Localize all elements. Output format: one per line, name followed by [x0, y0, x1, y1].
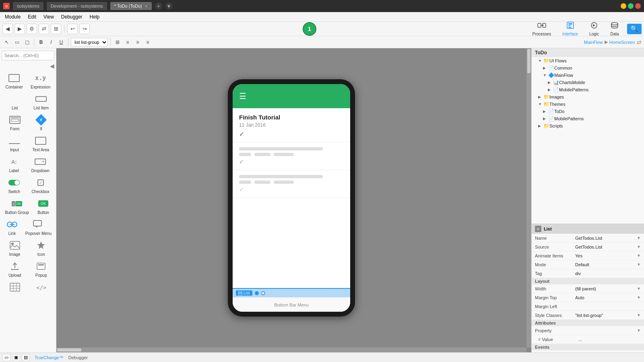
tab-development[interactable]: Development - outsystems — [47, 2, 107, 10]
bottom-btn-1[interactable]: ▭ — [2, 354, 10, 361]
minimize-button[interactable] — [621, 3, 626, 9]
settings-button[interactable]: ⚙ — [27, 24, 37, 34]
widget-input[interactable]: Input — [6, 134, 23, 154]
prop-mode-value[interactable]: Default ▼ — [575, 262, 641, 267]
scrollbar-thumb-h[interactable] — [57, 348, 81, 352]
bottom-btn-2[interactable]: ▣ — [12, 354, 20, 361]
tree-item-mobilepatterns-2[interactable]: ▶ 📄 MobilePatterns — [532, 115, 644, 122]
widget-textarea[interactable]: Text Area — [31, 134, 50, 154]
widget-code[interactable]: </> — [33, 280, 50, 296]
widget-button[interactable]: OK Button — [35, 196, 52, 216]
forward-button[interactable]: ▶ — [14, 24, 25, 34]
prop-name-dropdown[interactable]: ▼ — [637, 236, 641, 240]
table-insert-button[interactable]: ⊞ — [113, 38, 122, 47]
scrollbar-thumb-v[interactable] — [527, 49, 530, 73]
list-handle-2[interactable] — [261, 291, 265, 295]
canvas-scrollbar-vertical[interactable] — [526, 48, 531, 348]
tree-item-scripts[interactable]: ▶ 📁 Scripts — [532, 122, 644, 130]
menu-view[interactable]: View — [40, 13, 57, 21]
widget-if[interactable]: If If — [33, 113, 50, 133]
panel-collapse-button[interactable]: ◀ — [2, 63, 54, 69]
widget-image[interactable]: Image — [6, 238, 23, 258]
prop-animate-dropdown[interactable]: ▼ — [637, 253, 641, 258]
prop-attribute-value[interactable]: ▼ — [575, 328, 641, 333]
prop-margintop-value[interactable]: Auto ▼ — [575, 295, 641, 300]
prop-styleclasses-dropdown[interactable]: ▼ — [637, 313, 641, 317]
widget-listitem[interactable]: List Item — [33, 92, 50, 112]
prop-mode-dropdown[interactable]: ▼ — [637, 262, 641, 267]
tab-todo[interactable]: * ToDo (ToDo) ✕ — [110, 2, 152, 10]
widget-popover[interactable]: Popover Menu — [25, 217, 52, 237]
tree-item-ui-flows[interactable]: ▼ 📁 UI Flows — [532, 57, 644, 64]
prop-source-dropdown[interactable]: ▼ — [637, 245, 641, 249]
menu-debugger[interactable]: Debugger — [58, 13, 86, 21]
italic-button[interactable]: I — [47, 38, 56, 47]
prop-width-dropdown[interactable]: ▼ — [637, 286, 641, 291]
logic-button[interactable]: Logic — [586, 21, 602, 37]
redo-button[interactable]: ↪ — [79, 24, 90, 34]
tree-item-mobilepatterns-1[interactable]: ▶ 📄 MobilePatterns — [532, 86, 644, 93]
truechange-button[interactable]: TrueChange™ — [35, 355, 64, 360]
widget-form[interactable]: Form — [6, 113, 23, 133]
prop-name-value[interactable]: GetTodos.List ▼ — [575, 236, 641, 241]
breadcrumb-mainflow[interactable]: MainFlow — [584, 40, 603, 45]
list-handle-1[interactable] — [255, 291, 259, 295]
menu-help[interactable]: Help — [87, 13, 103, 21]
tree-item-images[interactable]: ▶ 📁 Images — [532, 93, 644, 101]
prop-width-value[interactable]: (fill parent) ▼ — [575, 286, 641, 291]
style-class-select[interactable]: list list-group — [71, 38, 108, 47]
widget-buttongroup[interactable]: | OK Button Group — [4, 196, 29, 216]
merge-button[interactable]: ⊞ — [51, 24, 61, 34]
widget-popup[interactable]: Popup — [33, 259, 50, 279]
tab-dropdown-button[interactable]: ▾ — [165, 2, 173, 10]
widget-tool-button[interactable]: ▭ — [12, 38, 21, 47]
prop-animate-value[interactable]: Yes ▼ — [575, 253, 641, 258]
tree-item-chartsmobile[interactable]: ▶ 📊 ChartsMobile — [532, 79, 644, 86]
canvas-scrollbar-horizontal[interactable] — [56, 348, 526, 352]
processes-button[interactable]: Processes — [529, 21, 554, 37]
widget-dropdown[interactable]: Dropdown — [31, 154, 51, 175]
bold-button[interactable]: B — [37, 38, 45, 47]
expand-canvas-button[interactable]: ⇄ — [637, 39, 642, 45]
compare-button[interactable]: ⇄ — [39, 24, 49, 34]
debugger-button[interactable]: Debugger — [68, 355, 88, 360]
close-button[interactable] — [635, 3, 641, 9]
prop-value-value[interactable]: ... — [578, 337, 641, 342]
prop-source-value[interactable]: GetTodos.List ▼ — [575, 245, 641, 249]
tree-item-common[interactable]: ▶ 📄 Common — [532, 64, 644, 72]
tree-item-themes[interactable]: ▼ 📁 Themes — [532, 101, 644, 108]
prop-attribute-dropdown[interactable]: ▼ — [637, 328, 641, 333]
underline-button[interactable]: U — [57, 38, 66, 47]
design-canvas[interactable]: ☰ Finish Tutorial 11 Jan 2016 ✓ — [56, 48, 526, 348]
align-center-button[interactable]: ≡ — [133, 38, 142, 47]
maximize-button[interactable] — [628, 3, 634, 9]
menu-module[interactable]: Module — [2, 13, 24, 21]
widget-checkbox[interactable]: ✓ Checkbox — [31, 175, 50, 195]
widget-expression[interactable]: x.y Expression — [30, 71, 51, 91]
data-button[interactable]: Data — [607, 21, 622, 37]
select-tool-button[interactable]: ↖ — [2, 38, 11, 47]
undo-button[interactable]: ↩ — [67, 24, 78, 34]
widget-list[interactable]: List — [6, 92, 23, 112]
widget-icon[interactable]: Icon — [33, 238, 50, 258]
prop-styleclasses-value[interactable]: "list list-group" ▼ — [575, 313, 641, 318]
global-search-button[interactable]: 🔍 — [627, 24, 642, 34]
bottom-btn-3[interactable]: ▤ — [22, 354, 30, 361]
menu-edit[interactable]: Edit — [25, 13, 39, 21]
tab-close-icon[interactable]: ✕ — [144, 4, 148, 8]
list-selected-bar[interactable]: List — [233, 288, 350, 297]
prop-margintop-dropdown[interactable]: ▼ — [637, 295, 641, 300]
prop-onscroll-value[interactable]: ● OnScrollEnding ▼ — [575, 352, 641, 353]
back-button[interactable]: ◀ — [2, 24, 13, 34]
widget-label[interactable]: A: Label — [6, 154, 23, 175]
tab-outsystems[interactable]: outsystems — [13, 2, 43, 10]
widget-grid[interactable] — [6, 280, 23, 296]
interface-button[interactable]: Interface — [559, 21, 581, 37]
tree-item-todo[interactable]: ▶ 📄 ToDo — [532, 108, 644, 115]
align-left-button[interactable]: ≡ — [123, 38, 132, 47]
widget-search-input[interactable] — [2, 51, 54, 60]
widget-container[interactable]: Container — [5, 71, 24, 91]
align-right-button[interactable]: ≡ — [143, 38, 152, 47]
widget-upload[interactable]: Upload — [6, 259, 23, 279]
breadcrumb-homescreen[interactable]: HomeScreen — [609, 40, 635, 45]
